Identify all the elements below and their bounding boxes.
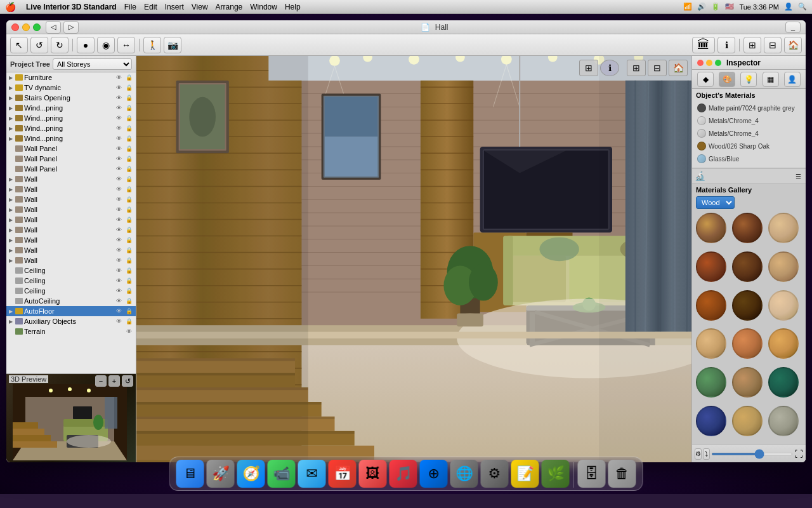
visibility-icon[interactable]: 👁: [114, 105, 123, 111]
eyedropper-tool[interactable]: 🔬: [695, 171, 705, 181]
collapse-btn[interactable]: _: [785, 22, 801, 33]
lock-icon[interactable]: 🔒: [124, 196, 133, 203]
zoom-slider[interactable]: [711, 453, 793, 455]
tree-item-wall-panel-1[interactable]: ▶ Wall Panel 👁 🔒: [6, 144, 136, 154]
lock-icon[interactable]: 🔒: [124, 267, 133, 274]
tree-item-furniture[interactable]: ▶ Furniture 👁 🔒: [6, 72, 136, 83]
visibility-icon[interactable]: 👁: [114, 257, 123, 264]
camera-btn[interactable]: 📷: [164, 37, 181, 53]
visibility-icon[interactable]: 👁: [114, 267, 123, 274]
fwd-btn[interactable]: ▷: [63, 21, 79, 34]
material-item-5[interactable]: Glass/Blue: [696, 152, 802, 165]
dock-facetime[interactable]: 📹: [268, 460, 296, 488]
visibility-icon[interactable]: 👁: [114, 135, 123, 142]
walk-btn[interactable]: 🚶: [143, 37, 161, 53]
lock-icon[interactable]: 🔒: [124, 105, 133, 111]
insp-minimize-btn[interactable]: [706, 60, 712, 66]
lock-icon[interactable]: 🔒: [124, 206, 133, 213]
swatch-birch[interactable]: [768, 213, 799, 243]
tree-item-tv-dynamic[interactable]: ▶ TV dynamic 👁 🔒: [6, 83, 136, 93]
tree-item-wall-4[interactable]: ▶ Wall 👁 🔒: [6, 204, 136, 215]
visibility-icon[interactable]: 👁: [124, 328, 133, 335]
tree-item-ceiling-3[interactable]: ▶ Ceiling 👁 🔒: [6, 286, 136, 296]
tree-item-wall-1[interactable]: ▶ Wall 👁 🔒: [6, 174, 136, 184]
swatch-green-stain[interactable]: [696, 367, 726, 398]
visibility-icon[interactable]: 👁: [114, 84, 123, 91]
tree-item-ceiling-1[interactable]: ▶ Ceiling 👁 🔒: [6, 265, 136, 276]
view-home-btn[interactable]: 🏠: [669, 60, 688, 76]
visibility-icon[interactable]: 👁: [114, 145, 123, 152]
select-tool-btn[interactable]: ↖: [10, 37, 28, 53]
apple-menu[interactable]: 🍎: [5, 2, 16, 12]
info-btn[interactable]: ℹ: [717, 37, 735, 53]
visibility-icon[interactable]: 👁: [114, 95, 123, 101]
lock-icon[interactable]: 🔒: [124, 308, 133, 314]
dock-migration[interactable]: 🌿: [542, 460, 570, 488]
tree-item-wall-panel-2[interactable]: ▶ Wall Panel 👁 🔒: [6, 154, 136, 164]
visibility-icon[interactable]: 👁: [114, 298, 123, 304]
home-btn[interactable]: 🏠: [784, 37, 802, 53]
lock-icon[interactable]: 🔒: [124, 237, 133, 243]
swatch-cherry[interactable]: [696, 251, 726, 282]
visibility-icon[interactable]: 👁: [114, 125, 123, 131]
dock-trash[interactable]: 🗑: [608, 460, 636, 488]
view-2d-btn[interactable]: ⊞: [743, 37, 761, 53]
dock-mail[interactable]: ✉: [298, 460, 326, 488]
swatch-dark-green[interactable]: [768, 367, 799, 398]
dock-stickies[interactable]: 📝: [511, 460, 539, 488]
tree-item-wall-5[interactable]: ▶ Wall 👁 🔒: [6, 215, 136, 225]
back-btn[interactable]: ◁: [46, 21, 61, 34]
view-mode-1-btn[interactable]: ⊞: [627, 60, 646, 76]
tree-item-stairs[interactable]: ▶ Stairs Opening 👁 🔒: [6, 93, 136, 103]
maximize-button[interactable]: [33, 23, 41, 31]
visibility-icon[interactable]: 👁: [114, 115, 123, 121]
dock-archives[interactable]: 🗄: [578, 460, 606, 488]
visibility-icon[interactable]: 👁: [114, 176, 123, 182]
dock-calendar[interactable]: 📅: [329, 460, 357, 488]
tab-geometry[interactable]: ◆: [697, 72, 714, 87]
visibility-icon[interactable]: 👁: [114, 277, 123, 284]
visibility-icon[interactable]: 👁: [114, 318, 123, 324]
lock-icon[interactable]: 🔒: [124, 145, 133, 152]
lock-icon[interactable]: 🔒: [124, 115, 133, 121]
lock-icon[interactable]: 🔒: [124, 84, 133, 91]
dock-sys-pref[interactable]: ⚙: [481, 460, 509, 488]
swatch-driftwood[interactable]: [768, 406, 799, 436]
visibility-icon[interactable]: 👁: [114, 308, 123, 314]
material-item-3[interactable]: Metals/Chrome_4: [696, 127, 802, 140]
insp-zoom-btn[interactable]: [715, 60, 721, 66]
tree-item-wall-2[interactable]: ▶ Wall 👁 🔒: [6, 184, 136, 194]
menu-file[interactable]: File: [124, 3, 136, 11]
swatch-ebony[interactable]: [732, 290, 763, 321]
tree-item-autoceiling[interactable]: ▶ AutoCeiling 👁 🔒: [6, 296, 136, 306]
visibility-icon[interactable]: 👁: [114, 206, 123, 213]
lock-icon[interactable]: 🔒: [124, 257, 133, 264]
material-item-4[interactable]: Wood/026 Sharp Oak: [696, 140, 802, 152]
preview-image[interactable]: [6, 374, 136, 462]
lock-icon[interactable]: 🔒: [124, 176, 133, 182]
lock-icon[interactable]: 🔒: [124, 298, 133, 304]
zoom-out-btn[interactable]: −: [95, 375, 107, 387]
viewport[interactable]: ⊞ ℹ ⊞ ⊟ 🏠: [136, 56, 691, 462]
tree-item-wind1[interactable]: ▶ Wind...pning 👁 🔒: [6, 103, 136, 113]
tree-item-ceiling-2[interactable]: ▶ Ceiling 👁 🔒: [6, 276, 136, 286]
dock-safari[interactable]: 🧭: [237, 460, 265, 488]
visibility-icon[interactable]: 👁: [114, 217, 123, 223]
menu-arrange[interactable]: Arrange: [216, 3, 243, 11]
lock-icon[interactable]: 🔒: [124, 288, 133, 294]
dock-itunes[interactable]: 🎵: [390, 460, 417, 488]
tree-item-autofloor[interactable]: ▶ AutoFloor 👁 🔒: [6, 306, 136, 316]
swatch-blue-stain[interactable]: [696, 406, 726, 436]
swatch-pine[interactable]: [768, 251, 799, 282]
tree-item-wall-9[interactable]: ▶ Wall 👁 🔒: [6, 255, 136, 265]
swatch-mahogany[interactable]: [696, 290, 726, 321]
dock-photos[interactable]: 🖼: [359, 460, 387, 488]
close-button[interactable]: [11, 23, 19, 31]
visibility-icon[interactable]: 👁: [114, 186, 123, 192]
lock-icon[interactable]: 🔒: [124, 156, 133, 162]
draw-btn[interactable]: ●: [77, 37, 95, 53]
tab-person[interactable]: 👤: [784, 72, 801, 87]
lock-icon[interactable]: 🔒: [124, 318, 133, 324]
swatch-bamboo[interactable]: [732, 367, 763, 398]
lock-icon[interactable]: 🔒: [124, 95, 133, 101]
